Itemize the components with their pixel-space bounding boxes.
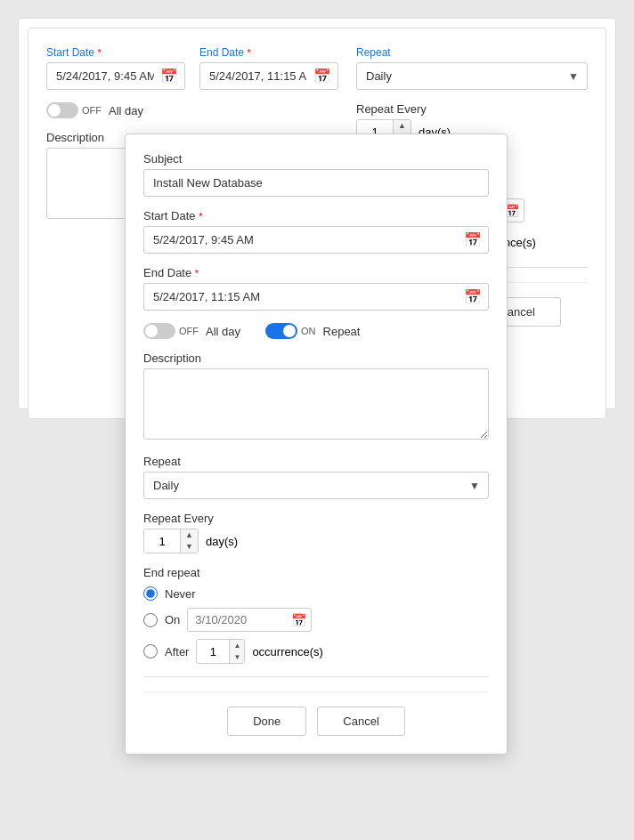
- modal-allday-toggle[interactable]: OFF: [143, 323, 199, 339]
- modal-done-button[interactable]: Done: [227, 707, 306, 736]
- modal-subject-label: Subject: [143, 152, 489, 166]
- modal-repeat-every-label: Repeat Every: [143, 512, 489, 525]
- modal-allday-toggle-label: OFF: [179, 326, 199, 336]
- modal-repeat-select[interactable]: Daily Weekly Monthly Yearly: [143, 472, 489, 499]
- main-repeat-every-up[interactable]: ▲: [394, 120, 410, 132]
- modal-start-date-input[interactable]: [143, 226, 489, 254]
- modal-after-up[interactable]: ▲: [230, 640, 244, 651]
- modal-occurrence-label: occurrence(s): [252, 645, 322, 658]
- modal-repeat-every-unit: day(s): [206, 535, 238, 548]
- modal-form: Subject Start Date * 📅 End Date * 📅: [125, 133, 508, 755]
- modal-end-after-label[interactable]: After: [165, 645, 189, 658]
- main-end-cal-icon[interactable]: 📅: [313, 68, 331, 85]
- modal-allday-label: All day: [206, 325, 240, 338]
- modal-end-never-radio[interactable]: [143, 586, 158, 601]
- modal-cancel-button[interactable]: Cancel: [317, 707, 404, 736]
- modal-end-repeat-label: End repeat: [143, 566, 489, 579]
- modal-repeat-every-down[interactable]: ▼: [181, 541, 198, 553]
- modal-repeat-every-input[interactable]: [144, 530, 180, 553]
- main-repeat-select[interactable]: Daily Weekly Monthly Yearly: [356, 62, 588, 90]
- modal-repeat-toggle-label: ON: [301, 326, 316, 336]
- modal-subject-input[interactable]: [143, 169, 489, 197]
- main-start-cal-icon[interactable]: 📅: [160, 68, 178, 85]
- modal-end-on-radio[interactable]: [143, 613, 158, 627]
- modal-end-date-input[interactable]: [143, 283, 489, 311]
- modal-end-date-label: End Date *: [143, 266, 489, 279]
- modal-description-label: Description: [143, 351, 489, 365]
- modal-end-on-date-input[interactable]: [187, 608, 312, 632]
- modal-after-down[interactable]: ▼: [230, 651, 244, 663]
- main-repeat-every-label: Repeat Every: [356, 102, 451, 116]
- modal-repeat-toggle[interactable]: ON: [265, 323, 316, 339]
- modal-repeat-toggle-text: Repeat: [323, 325, 361, 338]
- main-allday-toggle-label: OFF: [82, 105, 102, 116]
- modal-start-cal-icon[interactable]: 📅: [464, 231, 482, 248]
- main-allday-label: All day: [109, 104, 143, 117]
- modal-end-on-label[interactable]: On: [165, 613, 180, 626]
- modal-end-cal-icon[interactable]: 📅: [464, 288, 482, 305]
- modal-repeat-every-up[interactable]: ▲: [181, 529, 198, 541]
- main-repeat-label: Repeat: [356, 46, 588, 59]
- modal-repeat-label: Repeat: [143, 455, 489, 468]
- main-allday-toggle[interactable]: OFF: [46, 102, 102, 118]
- modal-end-after-radio[interactable]: [143, 644, 158, 658]
- modal-start-date-label: Start Date *: [143, 209, 489, 222]
- main-end-date-label: End Date *: [199, 46, 338, 59]
- main-start-date-label: Start Date *: [46, 46, 185, 59]
- modal-end-never-label[interactable]: Never: [165, 587, 196, 601]
- modal-after-value-input[interactable]: [197, 642, 229, 662]
- modal-description-input[interactable]: [143, 368, 489, 440]
